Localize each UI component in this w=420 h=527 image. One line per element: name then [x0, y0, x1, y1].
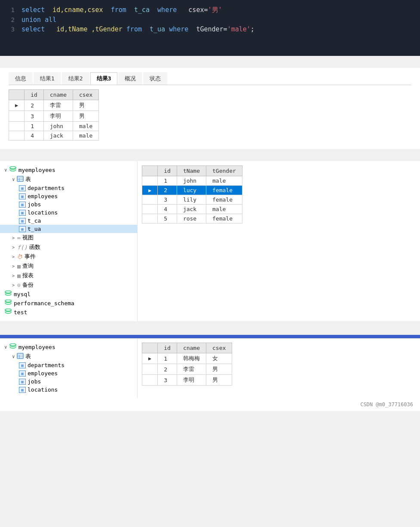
tab-概况[interactable]: 概况 — [118, 72, 142, 85]
db-label: mysql — [14, 291, 31, 297]
indicator-col-header — [9, 90, 25, 100]
tree-db-myemployees[interactable]: ∨ myemployees — [0, 165, 137, 175]
db-label: test — [14, 309, 27, 316]
code-token: select — [21, 25, 45, 33]
tree-table-bottom-jobs[interactable]: ▦jobs — [0, 377, 137, 386]
tree-group-tables-bottom[interactable]: ∨ 表 — [0, 352, 137, 361]
bottom-col-csex: csex — [206, 343, 232, 353]
tree-section-icon: ⏱ — [17, 254, 23, 260]
tree-db-performance_schema[interactable]: performance_schema — [0, 299, 137, 308]
tree-table-bottom-locations[interactable]: ▦locations — [0, 386, 137, 394]
cell-id: 2 — [25, 100, 44, 111]
table-icon: ▦ — [19, 379, 26, 385]
tab-结果2[interactable]: 结果2 — [62, 72, 89, 85]
code-token: id,cname,csex — [45, 6, 111, 14]
svg-rect-1 — [17, 176, 23, 181]
table-label: t_ua — [28, 226, 41, 232]
code-token: t_ca — [126, 6, 157, 14]
tree-item-事件[interactable]: >⏱ 事件 — [0, 252, 137, 261]
tab-结果1[interactable]: 结果1 — [34, 72, 61, 85]
tree-db-test[interactable]: test — [0, 308, 137, 317]
code-token: '男' — [208, 6, 222, 14]
bottom-col-id: id — [158, 343, 177, 353]
row-indicator — [142, 195, 158, 205]
tree-db-myemployees-bottom[interactable]: ∨ myemployees — [0, 343, 137, 352]
expand-icon: ∨ — [4, 344, 7, 350]
table-label: employees — [28, 193, 58, 199]
code-token: from — [111, 6, 126, 14]
code-token: tGender= — [188, 25, 227, 33]
tree-group-tables[interactable]: ∨ 表 — [0, 175, 137, 184]
tab-信息[interactable]: 信息 — [9, 72, 33, 85]
tree-table-employees[interactable]: ▦employees — [0, 192, 137, 200]
table-row[interactable]: 2李雷男 — [142, 364, 232, 375]
svg-point-6 — [5, 300, 11, 302]
table-label: departments — [28, 185, 64, 191]
middle-tree-panel[interactable]: ∨ myemployees∨ 表▦departments▦employees▦j… — [0, 161, 138, 321]
tree-table-jobs[interactable]: ▦jobs — [0, 200, 137, 208]
tree-table-locations[interactable]: ▦locations — [0, 208, 137, 217]
table-row[interactable]: ▶2lucyfemale — [142, 186, 242, 195]
bottom-tree-panel[interactable]: ∨ myemployees∨ 表▦departments▦employees▦j… — [0, 338, 138, 398]
results-panel-top: 信息结果1结果2结果3概况状态 id cname csex ▶2李雷男3李明男1… — [0, 68, 420, 149]
code-line: 3select id,tName ,tGender from t_ua wher… — [0, 25, 420, 34]
cell-2: female — [206, 214, 242, 224]
expand-icon: ∨ — [12, 177, 15, 182]
middle-col-tname: tName — [177, 166, 206, 176]
db-label: myemployees — [18, 344, 55, 350]
cell-1: 李雷 — [177, 364, 206, 375]
col-cname: cname — [43, 90, 73, 100]
cell-1: john — [177, 176, 206, 186]
table-row[interactable]: 5rosefemale — [142, 214, 242, 224]
tree-section-icon: ∞ — [17, 235, 21, 241]
table-row[interactable]: 4jackmale — [9, 131, 99, 141]
code-editor: 1select id,cname,csex from t_ca where cs… — [0, 0, 420, 56]
cell-0: 2 — [158, 364, 177, 375]
tree-item-查询[interactable]: >▦ 查询 — [0, 261, 137, 271]
cell-0: 1 — [158, 353, 177, 364]
tree-item-报表[interactable]: >▦ 报表 — [0, 271, 137, 280]
table-label: departments — [28, 362, 64, 368]
tree-table-t_ua[interactable]: ▦t_ua — [0, 225, 137, 233]
tab-结果3[interactable]: 结果3 — [90, 72, 118, 85]
table-row[interactable]: 1johnmale — [9, 122, 99, 131]
bottom-right-panel: id cname csex ▶1韩梅梅女2李雷男3李明男 — [138, 338, 420, 398]
table-row[interactable]: ▶2李雷男 — [9, 100, 99, 111]
tree-db-mysql[interactable]: mysql — [0, 290, 137, 299]
code-token: where — [169, 25, 188, 33]
table-row[interactable]: 3lilyfemale — [142, 195, 242, 205]
tab-状态[interactable]: 状态 — [143, 72, 167, 85]
table-row[interactable]: ▶1韩梅梅女 — [142, 353, 232, 364]
row-indicator — [142, 205, 158, 214]
tree-table-departments[interactable]: ▦departments — [0, 184, 137, 192]
cell-cname: 李明 — [43, 111, 73, 122]
tree-section-label: 备份 — [22, 281, 34, 289]
row-indicator: ▶ — [9, 100, 25, 111]
row-indicator — [142, 214, 158, 224]
code-token: 'male' — [227, 25, 251, 33]
expand-icon: ∨ — [12, 354, 15, 359]
svg-point-7 — [5, 309, 11, 311]
section-gap-2 — [0, 149, 420, 161]
tree-table-bottom-employees[interactable]: ▦employees — [0, 369, 137, 377]
table-row[interactable]: 4jackmale — [142, 205, 242, 214]
table-row[interactable]: 3李明男 — [9, 111, 99, 122]
table-label: locations — [28, 386, 58, 393]
tree-table-t_ca[interactable]: ▦t_ca — [0, 217, 137, 225]
table-icon: ▦ — [19, 185, 26, 191]
tree-section-label: 事件 — [25, 253, 36, 260]
line-number: 3 — [0, 26, 21, 33]
tree-item-函数[interactable]: >f() 函数 — [0, 242, 137, 252]
table-row[interactable]: 3李明男 — [142, 375, 232, 386]
bottom-table: id cname csex ▶1韩梅梅女2李雷男3李明男 — [142, 343, 232, 386]
tree-item-备份[interactable]: >⊙ 备份 — [0, 280, 137, 290]
database-icon — [9, 166, 17, 174]
table-row[interactable]: 1johnmale — [142, 176, 242, 186]
tree-table-bottom-departments[interactable]: ▦departments — [0, 361, 137, 369]
table-icon: ▦ — [19, 371, 26, 377]
tree-item-视图[interactable]: >∞ 视图 — [0, 233, 137, 242]
cell-id: 4 — [25, 131, 44, 141]
table-label: locations — [28, 209, 58, 216]
row-indicator — [9, 122, 25, 131]
row-indicator: ▶ — [142, 353, 158, 364]
